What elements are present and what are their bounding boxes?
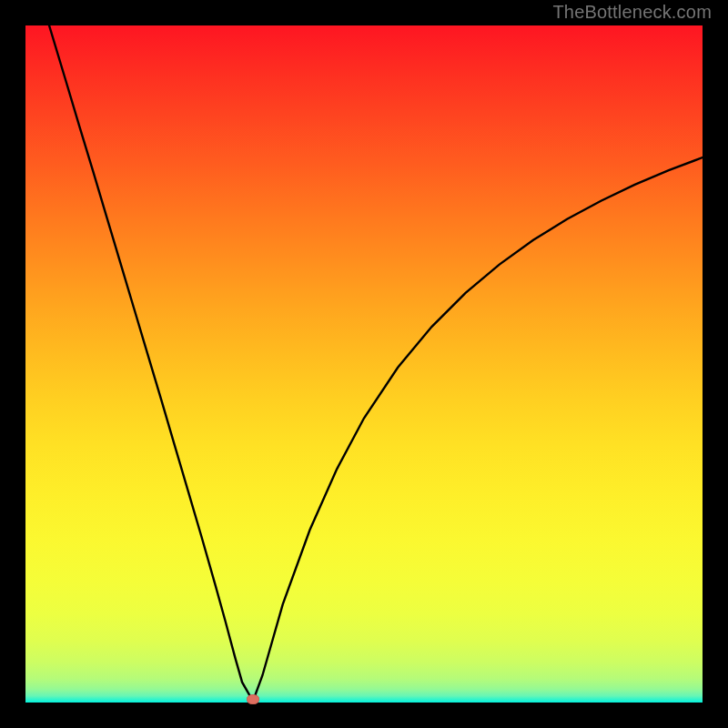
chart-container: TheBottleneck.com [0, 0, 728, 728]
plot-area [25, 25, 703, 703]
bottleneck-curve [49, 25, 703, 702]
curve-svg [25, 25, 703, 703]
watermark-text: TheBottleneck.com [552, 2, 712, 23]
optimum-marker [247, 694, 259, 704]
